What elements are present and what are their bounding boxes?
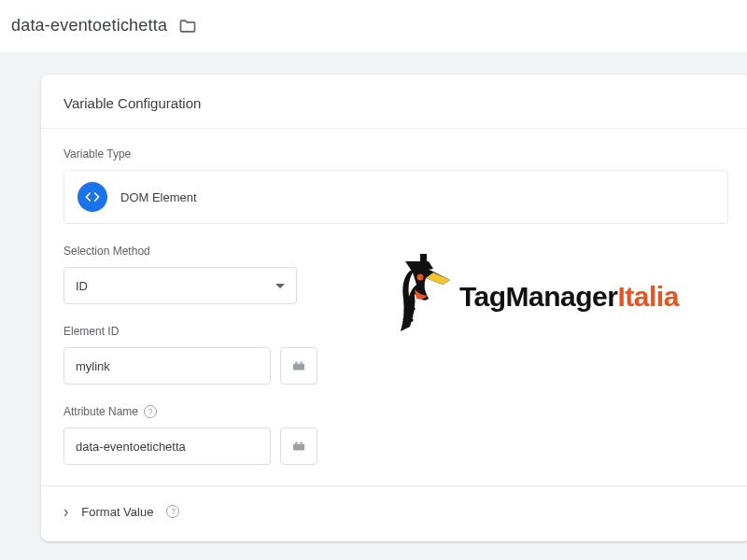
brand-watermark: TagManagerItalia — [387, 252, 679, 341]
svg-rect-6 — [420, 254, 427, 263]
variable-picker-button[interactable] — [280, 427, 317, 465]
brick-icon — [290, 357, 307, 374]
attribute-name-label: Attribute Name ? — [63, 405, 728, 418]
selection-method-select[interactable]: ID — [63, 267, 297, 304]
attribute-name-row — [63, 427, 728, 465]
format-value-toggle[interactable]: › Format Value ? — [63, 486, 728, 537]
element-id-input[interactable] — [63, 347, 271, 385]
chevron-right-icon: › — [63, 501, 68, 522]
svg-rect-3 — [293, 444, 304, 451]
woodpecker-icon — [387, 252, 452, 341]
svg-rect-5 — [301, 442, 303, 444]
page-title: data-eventoetichetta — [11, 16, 167, 35]
folder-icon[interactable] — [178, 17, 197, 35]
code-icon — [78, 182, 107, 212]
brand-text: TagManagerItalia — [459, 281, 679, 313]
svg-rect-2 — [301, 362, 303, 364]
variable-type-selector[interactable]: DOM Element — [63, 170, 728, 224]
chevron-down-icon — [275, 284, 285, 288]
card-heading: Variable Configuration — [41, 75, 747, 129]
attribute-name-input[interactable] — [63, 427, 271, 465]
help-icon[interactable]: ? — [144, 405, 157, 418]
svg-rect-1 — [295, 362, 297, 364]
svg-point-7 — [417, 274, 424, 281]
canvas: Variable Configuration Variable Type DOM… — [0, 52, 747, 541]
svg-rect-4 — [295, 442, 297, 444]
element-id-row — [63, 347, 728, 385]
variable-type-name: DOM Element — [120, 190, 197, 204]
svg-rect-0 — [293, 364, 304, 371]
format-value-label: Format Value — [81, 505, 153, 519]
selection-method-value: ID — [76, 279, 88, 293]
brick-icon — [290, 438, 307, 455]
config-card: Variable Configuration Variable Type DOM… — [41, 75, 747, 541]
help-icon[interactable]: ? — [166, 505, 179, 518]
top-bar: data-eventoetichetta — [0, 0, 747, 52]
variable-type-label: Variable Type — [63, 147, 728, 161]
variable-picker-button[interactable] — [280, 347, 317, 385]
